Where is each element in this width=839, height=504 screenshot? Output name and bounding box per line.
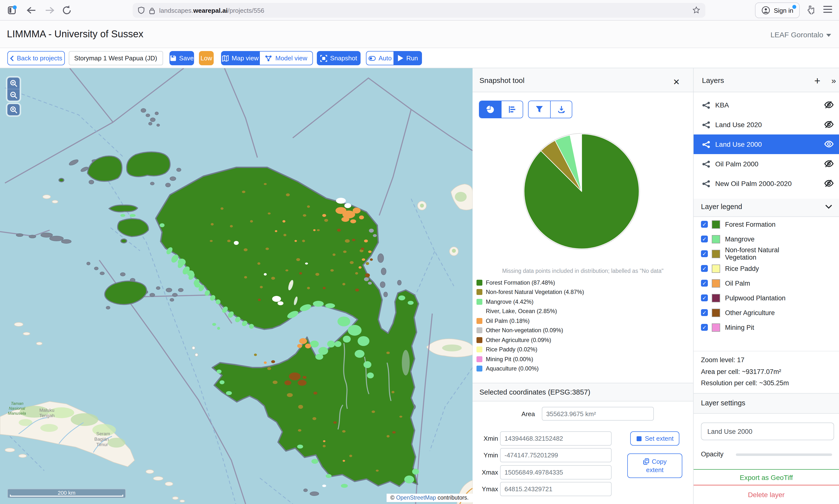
resolution-per-cell-text: Resolution per cell: ~305.25m bbox=[701, 377, 789, 389]
legend-swatch bbox=[477, 280, 482, 286]
storymap-select[interactable]: Storymap 1 West Papua (JD) bbox=[69, 51, 163, 65]
delete-layer-button[interactable]: Delete layer bbox=[694, 485, 839, 504]
pie-legend-item: Rice Paddy (0.02%) bbox=[477, 345, 691, 354]
collapse-panel-icon[interactable]: » bbox=[832, 76, 835, 86]
pie-legend-item: Other Agriculture (0.09%) bbox=[477, 335, 691, 345]
svg-text:Tengah: Tengah bbox=[39, 413, 54, 418]
eye-off-icon[interactable] bbox=[824, 179, 834, 189]
chart-type-group bbox=[479, 101, 523, 118]
pie-legend-item: Mining Pit (0.00%) bbox=[477, 354, 691, 364]
opacity-slider[interactable] bbox=[736, 453, 832, 456]
ymin-label: Ymin bbox=[473, 451, 498, 459]
url-text: landscapes.wearepal.ai/projects/556 bbox=[159, 7, 264, 14]
pie-legend-item: Oil Palm (0.18%) bbox=[477, 316, 691, 326]
run-button[interactable]: Run bbox=[394, 51, 422, 65]
snapshot-panel-title: Snapshot tool bbox=[479, 76, 525, 85]
eye-off-icon[interactable] bbox=[824, 120, 834, 130]
legend-swatch bbox=[477, 337, 482, 343]
copy-extent-button[interactable]: Copy extent bbox=[627, 453, 682, 478]
layer-item-land-use-2000[interactable]: Land Use 2000 bbox=[694, 134, 839, 154]
layer-type-icon bbox=[702, 121, 710, 128]
xmin-input[interactable]: 14394468.32152482 bbox=[500, 431, 612, 446]
checkbox-checked-icon[interactable]: ✓ bbox=[701, 309, 708, 316]
legend-item: ✓ Other Agriculture bbox=[701, 305, 835, 320]
xmax-input[interactable]: 15056849.49784335 bbox=[500, 465, 612, 480]
map-zoom-controls bbox=[6, 76, 21, 102]
model-view-button[interactable]: Model view bbox=[259, 51, 313, 65]
checkbox-checked-icon[interactable]: ✓ bbox=[701, 265, 708, 272]
export-geotiff-button[interactable]: Export as GeoTiff bbox=[694, 469, 839, 485]
set-extent-button[interactable]: Set extent bbox=[630, 431, 679, 446]
layer-name-input[interactable]: Land Use 2000 bbox=[701, 422, 834, 440]
layer-type-icon bbox=[702, 141, 710, 148]
legend-swatch bbox=[477, 328, 482, 334]
legend-color-swatch bbox=[712, 279, 720, 287]
chevron-down-icon bbox=[826, 34, 831, 37]
toggle-icon bbox=[368, 55, 376, 61]
checkbox-checked-icon[interactable]: ✓ bbox=[701, 250, 708, 257]
eye-off-icon[interactable] bbox=[824, 101, 834, 110]
pie-chart-button[interactable] bbox=[479, 101, 501, 118]
pie-legend-item: River, Lake, Ocean (2.85%) bbox=[477, 306, 691, 316]
filter-button[interactable] bbox=[529, 101, 550, 118]
reload-icon[interactable] bbox=[61, 4, 73, 16]
layer-type-icon bbox=[702, 180, 710, 187]
snapshot-actions-group bbox=[528, 101, 572, 118]
pie-legend-item: Forest Formation (87.48%) bbox=[477, 278, 691, 287]
layer-item-land-use-2020[interactable]: Land Use 2020 bbox=[694, 115, 839, 134]
download-button[interactable] bbox=[550, 101, 572, 118]
legend-item: ✓ Forest Formation bbox=[701, 217, 835, 232]
eye-icon[interactable] bbox=[824, 140, 834, 150]
layer-item-kba[interactable]: KBA bbox=[694, 95, 839, 115]
checkbox-checked-icon[interactable]: ✓ bbox=[701, 280, 708, 287]
osm-link[interactable]: OpenStreetMap bbox=[396, 495, 436, 501]
save-button[interactable]: Save bbox=[170, 51, 194, 65]
svg-text:Seram: Seram bbox=[96, 431, 110, 436]
browser-chrome: landscapes.wearepal.ai/projects/556 Sign… bbox=[0, 0, 839, 21]
chevron-down-icon[interactable] bbox=[825, 205, 832, 209]
bar-chart-button[interactable] bbox=[501, 101, 523, 118]
pie-legend-item: Mangrove (4.42%) bbox=[477, 297, 691, 306]
zoom-to-location-button[interactable] bbox=[7, 104, 20, 115]
ymin-input[interactable]: -474147.75201299 bbox=[500, 448, 612, 462]
map-search-control bbox=[6, 103, 21, 117]
legend-swatch bbox=[477, 299, 482, 305]
cell-info: Zoom level: 17 Area per cell: ~93177.07m… bbox=[701, 354, 789, 389]
layer-type-icon bbox=[702, 101, 710, 109]
layer-item-new-oil-palm-2000-2020[interactable]: New Oil Palm 2000-2020 bbox=[694, 174, 839, 193]
eye-off-icon[interactable] bbox=[824, 160, 834, 169]
checkbox-checked-icon[interactable]: ✓ bbox=[701, 236, 708, 242]
xmax-label: Xmax bbox=[473, 469, 498, 476]
back-icon[interactable] bbox=[25, 4, 37, 16]
svg-text:Taman: Taman bbox=[11, 401, 23, 406]
page-title: LIMMMA - University of Sussex bbox=[7, 29, 143, 40]
zoom-out-button[interactable] bbox=[7, 89, 20, 101]
add-layer-icon[interactable]: + bbox=[814, 75, 820, 87]
back-to-projects-button[interactable]: Back to projects bbox=[7, 51, 65, 65]
close-icon[interactable]: ✕ bbox=[671, 77, 681, 89]
area-input[interactable]: 355623.9675 km² bbox=[542, 407, 654, 420]
bookmark-star-icon[interactable] bbox=[692, 6, 701, 14]
pie-legend-item: Non-forest Natural Vegetation (4.87%) bbox=[477, 287, 691, 297]
checkbox-checked-icon[interactable]: ✓ bbox=[701, 294, 708, 301]
auto-toggle-button[interactable]: Auto bbox=[366, 51, 394, 65]
lock-icon bbox=[149, 7, 155, 14]
menu-icon[interactable] bbox=[823, 6, 832, 13]
checkbox-checked-icon[interactable]: ✓ bbox=[701, 221, 708, 228]
low-status-badge[interactable]: Low bbox=[199, 51, 214, 65]
extensions-icon[interactable] bbox=[806, 4, 816, 14]
legend-color-swatch bbox=[712, 250, 720, 258]
zoom-in-button[interactable] bbox=[7, 77, 20, 89]
snapshot-button[interactable]: Snapshot bbox=[317, 51, 361, 65]
ymax-input[interactable]: 64815.24329721 bbox=[500, 482, 612, 496]
map-canvas[interactable]: Taman Nasional Manusela Maluku Tengah Se… bbox=[0, 68, 473, 504]
account-menu[interactable]: LEAF Gorontalo bbox=[770, 31, 831, 39]
url-bar[interactable]: landscapes.wearepal.ai/projects/556 bbox=[133, 3, 705, 18]
forward-icon[interactable] bbox=[44, 4, 55, 16]
checkbox-checked-icon[interactable]: ✓ bbox=[701, 324, 708, 331]
sign-in-button[interactable]: Sign in bbox=[755, 2, 800, 18]
layer-item-oil-palm-2000[interactable]: Oil Palm 2000 bbox=[694, 154, 839, 174]
ymax-label: Ymax bbox=[473, 485, 498, 493]
map-view-button[interactable]: Map view bbox=[221, 51, 259, 65]
firefox-view-icon[interactable] bbox=[8, 6, 16, 14]
